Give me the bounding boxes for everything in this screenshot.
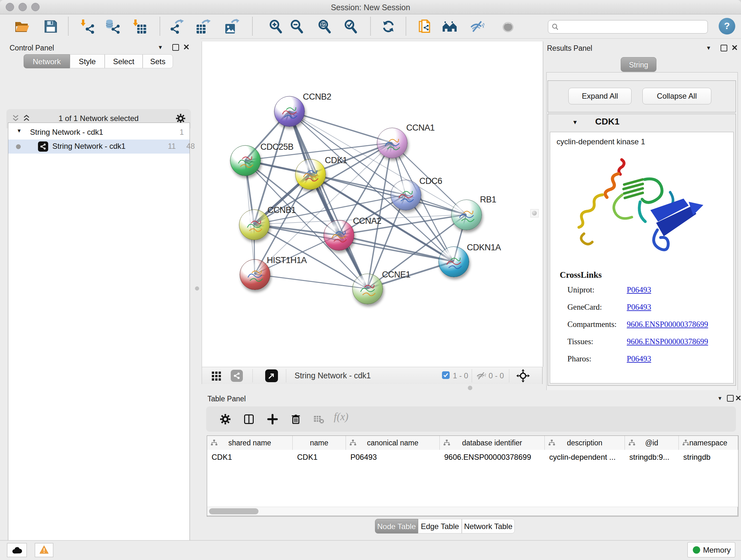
protein-thumbnail-icon bbox=[358, 280, 377, 300]
node-CDC25B[interactable] bbox=[230, 145, 261, 176]
new-network-from-selection-icon[interactable] bbox=[417, 19, 432, 34]
network-type-icon bbox=[38, 141, 48, 152]
table-cell[interactable]: stringdb:9... bbox=[625, 450, 679, 464]
table-cell[interactable]: CDK1 bbox=[293, 450, 346, 464]
table-panel-float-icon[interactable] bbox=[727, 395, 734, 401]
open-in-window-icon[interactable] bbox=[265, 369, 278, 382]
memory-button[interactable]: Memory bbox=[687, 542, 735, 557]
table-cell[interactable]: P06493 bbox=[346, 450, 440, 464]
delete-table-icon[interactable] bbox=[313, 415, 324, 424]
table-cell[interactable]: cyclin-dependent ... bbox=[545, 450, 625, 464]
save-session-icon[interactable] bbox=[43, 19, 58, 34]
node-CCNB1[interactable] bbox=[239, 209, 270, 240]
import-table-icon[interactable] bbox=[132, 19, 147, 34]
hide-selected-icon[interactable] bbox=[469, 19, 484, 34]
crosslink-value-link[interactable]: P06493 bbox=[627, 354, 651, 363]
results-panel-close-icon[interactable] bbox=[731, 44, 738, 51]
expand-all-button[interactable]: Expand All bbox=[568, 88, 631, 105]
table-panel-menu-icon[interactable]: ▼ bbox=[718, 395, 723, 401]
node-RB1[interactable] bbox=[451, 199, 482, 230]
crosslink-value-link[interactable]: P06493 bbox=[627, 303, 651, 312]
export-table-icon[interactable] bbox=[195, 19, 211, 34]
selected-nodes-checkbox[interactable] bbox=[442, 371, 450, 379]
tab-network-table[interactable]: Network Table bbox=[462, 519, 515, 534]
add-column-icon[interactable] bbox=[267, 414, 278, 425]
network-selection-summary: 1 of 1 Network selected bbox=[6, 114, 191, 123]
hidden-eye-slash-icon[interactable] bbox=[476, 371, 486, 381]
table-scrollbar-thumb[interactable] bbox=[209, 508, 259, 514]
memory-label: Memory bbox=[703, 546, 731, 555]
node-CCNE1[interactable] bbox=[352, 273, 383, 304]
results-panel-menu-icon[interactable]: ▼ bbox=[706, 45, 711, 51]
pan-crosshair-icon[interactable] bbox=[516, 369, 530, 383]
help-icon[interactable]: ? bbox=[719, 18, 735, 35]
collapse-all-button[interactable]: Collapse All bbox=[643, 88, 711, 105]
table-cell[interactable]: CDK1 bbox=[207, 450, 293, 464]
warning-button[interactable] bbox=[35, 543, 53, 557]
show-hide-toggle-icon[interactable] bbox=[500, 19, 516, 34]
node-HIST1H1A[interactable] bbox=[240, 259, 270, 290]
node-label-RB1: RB1 bbox=[480, 195, 496, 205]
control-panel-close-icon[interactable] bbox=[183, 44, 190, 50]
import-network-icon[interactable] bbox=[80, 19, 95, 34]
left-splitter-handle[interactable] bbox=[195, 287, 199, 291]
open-session-icon[interactable] bbox=[14, 19, 30, 34]
tab-sets[interactable]: Sets bbox=[143, 54, 173, 68]
horizontal-splitter-handle[interactable] bbox=[468, 386, 472, 390]
node-CCNA1[interactable] bbox=[377, 128, 408, 159]
export-network-icon[interactable] bbox=[169, 19, 185, 34]
node-CDKN1A[interactable] bbox=[439, 246, 469, 277]
selected-counts: 1 - 0 bbox=[453, 371, 468, 380]
toolbar-separator bbox=[406, 17, 406, 36]
table-cell[interactable]: stringdb bbox=[679, 450, 738, 464]
table-settings-gear-icon[interactable] bbox=[219, 414, 231, 425]
search-input[interactable] bbox=[561, 21, 703, 32]
control-panel-menu-icon[interactable]: ▼ bbox=[158, 44, 163, 51]
network-view-share-icon[interactable] bbox=[231, 370, 243, 382]
collection-expander-icon[interactable]: ▼ bbox=[17, 128, 22, 134]
tab-node-table[interactable]: Node Table bbox=[375, 519, 418, 534]
import-network-from-database-icon[interactable] bbox=[105, 19, 121, 34]
cloud-button[interactable] bbox=[7, 543, 27, 557]
crosslink-value-link[interactable]: P06493 bbox=[627, 286, 651, 294]
node-CDK1[interactable] bbox=[295, 159, 326, 190]
function-builder-icon[interactable]: f(x) bbox=[334, 411, 348, 423]
results-panel-float-icon[interactable] bbox=[721, 45, 727, 51]
node-CDC6[interactable] bbox=[391, 180, 421, 210]
table-panel-close-icon[interactable] bbox=[735, 395, 741, 401]
window-title: Session: New Session bbox=[0, 3, 741, 12]
grid-view-icon[interactable] bbox=[211, 371, 222, 381]
refresh-icon[interactable] bbox=[381, 19, 396, 34]
node-CCNA2[interactable] bbox=[324, 220, 354, 251]
node-CCNB2[interactable] bbox=[274, 96, 305, 127]
cloud-icon bbox=[12, 546, 22, 555]
tab-string[interactable]: String bbox=[621, 57, 657, 72]
tab-network[interactable]: Network bbox=[23, 54, 70, 68]
crosslink-value-link[interactable]: 9606.ENSP00000378699 bbox=[627, 337, 708, 346]
crosslink-value-link[interactable]: 9606.ENSP00000378699 bbox=[627, 320, 708, 329]
zoom-selected-icon[interactable] bbox=[343, 19, 358, 34]
network-view-canvas[interactable]: CCNB2CCNA1CDC25BCDK1CDC6RB1CCNB1CCNA2CDK… bbox=[202, 42, 543, 367]
network-collection-row[interactable]: ▼ String Network - cdk1 1 bbox=[8, 125, 190, 139]
network-options-gear-icon[interactable] bbox=[176, 113, 186, 124]
zoom-in-icon[interactable] bbox=[268, 19, 283, 34]
export-image-icon[interactable] bbox=[224, 19, 239, 34]
tab-select[interactable]: Select bbox=[105, 54, 143, 68]
protein-thumbnail-icon bbox=[301, 166, 320, 185]
network-row[interactable]: String Network - cdk1 11 48 bbox=[8, 139, 190, 153]
zoom-out-icon[interactable] bbox=[289, 19, 305, 34]
home-networks-icon[interactable] bbox=[442, 19, 457, 34]
zoom-fit-icon[interactable] bbox=[317, 19, 332, 34]
birds-eye-handle[interactable] bbox=[530, 209, 539, 217]
show-columns-icon[interactable] bbox=[243, 414, 255, 425]
protein-expander-icon[interactable]: ▼ bbox=[572, 119, 578, 126]
protein-structure-image bbox=[565, 154, 705, 262]
table-cell[interactable]: 9606.ENSP00000378699 bbox=[440, 450, 545, 464]
table-horizontal-scrollbar[interactable] bbox=[207, 507, 738, 516]
search-field[interactable] bbox=[548, 20, 708, 34]
control-panel-tabs: NetworkStyleSelectSets bbox=[23, 54, 190, 68]
tab-edge-table[interactable]: Edge Table bbox=[418, 519, 462, 534]
tab-style[interactable]: Style bbox=[70, 54, 105, 68]
delete-column-icon[interactable] bbox=[290, 413, 302, 425]
control-panel-float-icon[interactable] bbox=[172, 44, 179, 51]
